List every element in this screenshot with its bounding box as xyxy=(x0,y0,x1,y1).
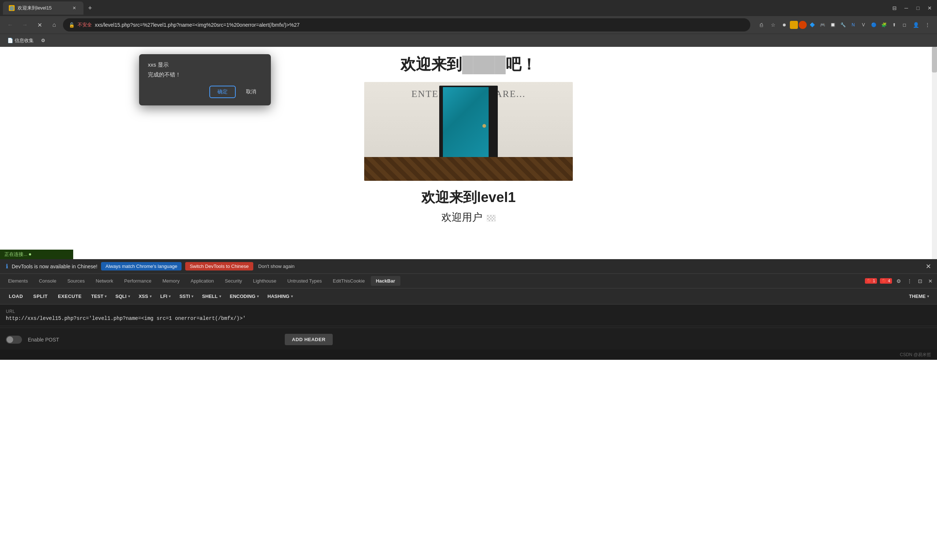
ext-10[interactable]: 🔵 xyxy=(869,20,879,30)
sqli-chevron-icon: ▾ xyxy=(128,294,130,298)
hackbar-load-button[interactable]: LOAD xyxy=(5,291,28,301)
address-bar[interactable]: 🔓 不安全 xxs/level15.php?src=%27level1.php?… xyxy=(63,18,750,31)
tab-bar: 🌀 欢迎来到level15 ✕ + ⊟ ─ □ ✕ xyxy=(0,0,937,16)
alert-overlay: xxs 显示 完成的不错！ 确定 取消 xyxy=(0,47,937,259)
hackbar-divider xyxy=(0,328,937,328)
ext-7[interactable]: 🔧 xyxy=(838,20,848,30)
tab-elements[interactable]: Elements xyxy=(3,275,33,286)
bookmarks-bar: 📄 信息收集 ⚙ xyxy=(0,34,937,47)
window-list-button[interactable]: ⊟ xyxy=(890,4,899,12)
devtools-close-icon[interactable]: ✕ xyxy=(927,277,934,286)
tab-memory[interactable]: Memory xyxy=(157,275,185,286)
menu-icon[interactable]: ⋮ xyxy=(922,20,932,30)
status-bar: CSDN @易米哲 xyxy=(0,349,937,360)
tab-lighthouse[interactable]: Lighthouse xyxy=(248,275,282,286)
devtools-tabs: Elements Console Sources Network Perform… xyxy=(0,274,937,288)
tab-network[interactable]: Network xyxy=(91,275,118,286)
hackbar-encoding-dropdown[interactable]: ENCODING ▾ xyxy=(226,291,262,301)
toggle-knob xyxy=(6,336,13,343)
notification-text: DevTools is now available in Chinese! xyxy=(12,263,97,269)
hashing-chevron-icon: ▾ xyxy=(291,294,293,298)
ext-6[interactable]: 🔲 xyxy=(828,20,837,30)
hackbar-sqli-dropdown[interactable]: SQLI ▾ xyxy=(112,291,133,301)
home-button[interactable]: ⌂ xyxy=(48,19,60,31)
devtools-notification: ℹ DevTools is now available in Chinese! … xyxy=(0,259,937,274)
error-badge: 🔴 1 xyxy=(865,278,877,284)
hackbar-lfi-dropdown[interactable]: LFI ▾ xyxy=(157,291,175,301)
bookmark-gear[interactable]: ⚙ xyxy=(38,36,48,45)
tab-close-button[interactable]: ✕ xyxy=(71,5,78,11)
devtools-dock-icon[interactable]: ⊡ xyxy=(917,277,924,286)
page-content: xxs 显示 完成的不错！ 确定 取消 欢迎来到████吧！ ENTER IF … xyxy=(0,47,937,259)
hackbar-theme-dropdown[interactable]: THEME ▾ xyxy=(906,291,933,301)
window-close-button[interactable]: ✕ xyxy=(925,4,934,12)
dont-show-again-link[interactable]: Don't show again xyxy=(258,263,295,269)
hackbar-shell-dropdown[interactable]: SHELL ▾ xyxy=(198,291,225,301)
ext-13[interactable]: ◻ xyxy=(900,20,909,30)
profile-icon[interactable]: 👤 xyxy=(911,20,921,30)
tab-performance[interactable]: Performance xyxy=(119,275,156,286)
hackbar-toolbar: LOAD SPLIT EXECUTE TEST ▾ SQLI ▾ XSS ▾ L… xyxy=(0,288,937,305)
ext-2[interactable] xyxy=(790,21,798,29)
window-minimize-button[interactable]: ─ xyxy=(902,4,911,12)
devtools-tab-controls: 🔴 1 🔴 4 ⚙ ⋮ ⊡ ✕ xyxy=(865,277,934,286)
browser-window: 🌀 欢迎来到level15 ✕ + ⊟ ─ □ ✕ ← → ✕ ⌂ 🔓 不安全 … xyxy=(0,0,937,360)
hackbar-xss-dropdown[interactable]: XSS ▾ xyxy=(135,291,155,301)
hackbar-hashing-dropdown[interactable]: HASHING ▾ xyxy=(264,291,297,301)
always-match-language-button[interactable]: Always match Chrome's language xyxy=(101,262,182,271)
switch-devtools-language-button[interactable]: Switch DevTools to Chinese xyxy=(185,262,253,271)
tab-security[interactable]: Security xyxy=(220,275,247,286)
devtools-settings-icon[interactable]: ⚙ xyxy=(895,277,903,286)
tab-untrusted-types[interactable]: Untrusted Types xyxy=(282,275,327,286)
hackbar-execute-button[interactable]: EXECUTE xyxy=(54,291,86,301)
bookmark-gear-icon: ⚙ xyxy=(41,38,45,43)
reload-button[interactable]: ✕ xyxy=(34,19,45,31)
ext-5[interactable]: 🎮 xyxy=(818,20,827,30)
ext-4[interactable]: 🔷 xyxy=(808,20,817,30)
enable-post-label: Enable POST xyxy=(28,337,59,343)
ssti-chevron-icon: ▾ xyxy=(191,294,193,298)
hackbar-url-value[interactable]: http://xxs/level15.php?src='level1.php?n… xyxy=(6,315,931,322)
tab-application[interactable]: Application xyxy=(186,275,219,286)
ext-record[interactable]: ⏺ xyxy=(780,20,789,30)
ext-9[interactable]: V xyxy=(859,20,868,30)
tab-hackbar[interactable]: HackBar xyxy=(371,276,400,286)
alert-title: xxs 显示 xyxy=(148,62,262,68)
hackbar-post-section: Enable POST ADD HEADER xyxy=(0,329,937,349)
alert-buttons: 确定 取消 xyxy=(148,86,262,98)
tab-edit-this-cookie[interactable]: EditThisCookie xyxy=(328,275,370,286)
ext-3[interactable] xyxy=(799,21,807,29)
devtools-panel: ℹ DevTools is now available in Chinese! … xyxy=(0,259,937,349)
active-tab[interactable]: 🌀 欢迎来到level15 ✕ xyxy=(3,2,83,15)
hackbar-ssti-dropdown[interactable]: SSTI ▾ xyxy=(176,291,197,301)
enable-post-toggle[interactable] xyxy=(6,335,22,344)
forward-button[interactable]: → xyxy=(19,19,31,31)
hackbar-test-dropdown[interactable]: TEST ▾ xyxy=(88,291,110,301)
hackbar-split-button[interactable]: SPLIT xyxy=(29,291,52,301)
new-tab-button[interactable]: + xyxy=(85,3,95,13)
ext-11[interactable]: 🧩 xyxy=(879,20,889,30)
devtools-more-icon[interactable]: ⋮ xyxy=(906,277,914,286)
window-maximize-button[interactable]: □ xyxy=(914,4,922,12)
bookmark-icon[interactable]: ☆ xyxy=(768,20,778,30)
ext-8[interactable]: N xyxy=(848,20,858,30)
bookmark-info[interactable]: 📄 信息收集 xyxy=(5,36,37,45)
add-header-button[interactable]: ADD HEADER xyxy=(285,334,333,345)
tab-console[interactable]: Console xyxy=(34,275,62,286)
window-controls: ⊟ ─ □ ✕ xyxy=(890,4,934,12)
notification-close-button[interactable]: ✕ xyxy=(926,262,931,271)
share-icon[interactable]: ⎙ xyxy=(756,20,766,30)
alert-cancel-button[interactable]: 取消 xyxy=(240,86,262,98)
extension-icons: ⏺ 🔷 🎮 🔲 🔧 N V 🔵 🧩 ⬆ ◻ xyxy=(780,20,909,30)
tab-sources[interactable]: Sources xyxy=(62,275,90,286)
warning-badge: 🔴 4 xyxy=(880,278,892,284)
alert-confirm-button[interactable]: 确定 xyxy=(209,86,236,98)
toolbar-icons: ⎙ ☆ ⏺ 🔷 🎮 🔲 🔧 N V 🔵 🧩 ⬆ ◻ 👤 ⋮ xyxy=(756,20,932,30)
xss-chevron-icon: ▾ xyxy=(150,294,152,298)
hackbar-url-label: URL xyxy=(6,309,931,314)
url-text: xxs/level15.php?src=%27level1.php?name=<… xyxy=(95,22,745,28)
ext-12[interactable]: ⬆ xyxy=(889,20,899,30)
back-button[interactable]: ← xyxy=(5,19,16,31)
csdn-watermark: CSDN @易米哲 xyxy=(900,352,931,358)
shell-chevron-icon: ▾ xyxy=(219,294,221,298)
